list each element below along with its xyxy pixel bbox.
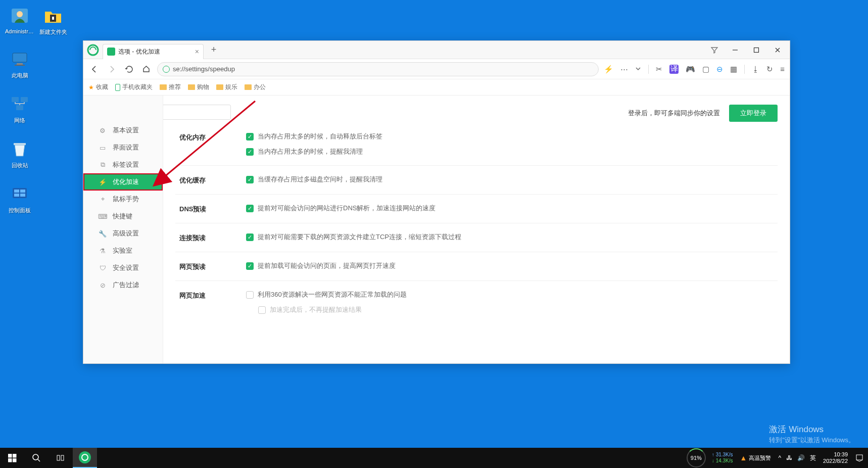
desktop-label: 新建文件夹 xyxy=(39,28,67,36)
tray-volume-icon[interactable]: 🔊 xyxy=(797,454,805,461)
window-close-button[interactable] xyxy=(767,42,788,58)
wrench-icon: 🔧 xyxy=(99,229,107,238)
checkbox-accel-noremind: 加速完成后，不再提醒加速结果 xyxy=(246,305,778,314)
sidebar-item-basic[interactable]: ⚙基本设置 xyxy=(83,122,163,139)
taskbar-app-360browser[interactable] xyxy=(73,448,97,468)
cpu-gauge[interactable]: 91% xyxy=(687,448,706,467)
bookmark-folder-rec[interactable]: 推荐 xyxy=(160,83,181,91)
checkbox-conn-prefetch[interactable]: 提前对可能需要下载的网页资源文件建立TCP连接，缩短资源下载过程 xyxy=(246,232,778,242)
sidebar-item-security[interactable]: 🛡安全设置 xyxy=(83,259,163,276)
separator xyxy=(648,65,649,74)
section-memory: 优化内存 当内存占用太多的时候，自动释放后台标签 当内存占用太多的时候，提醒我清… xyxy=(175,123,778,166)
new-tab-button[interactable]: + xyxy=(207,43,221,57)
checkbox-icon xyxy=(246,233,254,241)
more-icon[interactable]: ⋯ xyxy=(620,65,628,74)
checkbox-cache-remind[interactable]: 当缓存存占用过多磁盘空间时，提醒我清理 xyxy=(246,175,778,184)
desktop-icon-recycle-bin[interactable]: 回收站 xyxy=(5,138,34,169)
settings-main: 选项 登录后，即可多端同步你的设置 立即登录 优化内存 当内存占用太多的时候，自… xyxy=(163,96,790,363)
tab-close-icon[interactable]: × xyxy=(195,48,199,56)
temperature-warning[interactable]: ▲高温预警 xyxy=(737,454,775,462)
svg-point-1 xyxy=(17,11,23,17)
settings-search-input[interactable] xyxy=(163,105,231,120)
svg-rect-22 xyxy=(13,454,17,458)
search-button[interactable] xyxy=(24,448,49,468)
svg-rect-23 xyxy=(8,458,12,462)
filter-icon[interactable] xyxy=(707,42,722,58)
windows-activation-watermark: 激活 Windows 转到"设置"以激活 Windows。 xyxy=(769,424,855,445)
svg-rect-8 xyxy=(14,143,26,145)
bookmark-folder-office[interactable]: 办公 xyxy=(245,83,266,91)
folder-icon xyxy=(245,84,252,90)
desktop-icon-this-pc[interactable]: 此电脑 xyxy=(5,49,34,79)
bookmark-phone[interactable]: 手机收藏夹 xyxy=(115,83,153,91)
computer-icon xyxy=(9,49,30,70)
sidebar-item-adblock[interactable]: ⊘广告过滤 xyxy=(83,276,163,294)
circle-minus-icon[interactable]: ⊖ xyxy=(716,65,723,74)
bookmark-favorites[interactable]: ★收藏 xyxy=(88,83,108,91)
checkbox-mem-remind[interactable]: 当内存占用太多的时候，提醒我清理 xyxy=(246,147,778,156)
desktop-icon-admin[interactable]: Administra... xyxy=(5,5,34,34)
checkbox-mem-release[interactable]: 当内存占用太多的时候，自动释放后台标签 xyxy=(246,132,778,141)
section-label: 连接预读 xyxy=(175,232,246,243)
sidebar-item-advanced[interactable]: 🔧高级设置 xyxy=(83,225,163,242)
sidebar-item-shortcut[interactable]: ⌨快捷键 xyxy=(83,208,163,225)
bookmark-folder-ent[interactable]: 娱乐 xyxy=(216,83,237,91)
svg-point-29 xyxy=(82,454,88,460)
checkbox-dns-prefetch[interactable]: 提前对可能会访问的网站进行DNS解析，加速连接网站的速度 xyxy=(246,204,778,213)
translate-icon[interactable]: 译 xyxy=(669,64,679,74)
svg-rect-7 xyxy=(16,105,23,110)
url-text: se://settings/speedup xyxy=(173,65,235,73)
sidebar-item-lab[interactable]: ⚗实验室 xyxy=(83,242,163,259)
svg-rect-30 xyxy=(856,455,862,460)
desktop-label: Administra... xyxy=(5,28,34,34)
svg-rect-5 xyxy=(12,97,19,102)
folder-icon xyxy=(160,84,167,90)
checkbox-icon xyxy=(246,291,254,299)
download-icon[interactable]: ⭳ xyxy=(752,65,759,73)
grid-icon[interactable]: ▦ xyxy=(730,65,737,74)
gamepad-icon[interactable]: 🎮 xyxy=(686,65,695,74)
window-minimize-button[interactable] xyxy=(725,42,745,58)
reload-button[interactable] xyxy=(123,63,135,75)
sidebar-item-speedup[interactable]: ⚡优化加速 xyxy=(83,173,163,191)
scissors-icon[interactable]: ✂ xyxy=(656,65,662,74)
checkbox-page-prefetch[interactable]: 提前加载可能会访问的页面，提高网页打开速度 xyxy=(246,261,778,270)
login-button[interactable]: 立即登录 xyxy=(729,105,778,122)
window-maximize-button[interactable] xyxy=(746,42,766,58)
tray-network-icon[interactable]: 🖧 xyxy=(786,454,792,461)
control-panel-icon xyxy=(9,183,30,205)
back-button[interactable] xyxy=(88,63,101,75)
start-button[interactable] xyxy=(0,448,24,468)
network-speed[interactable]: ↑ 31.3K/s ↓ 14.3K/s xyxy=(712,452,733,464)
desktop-icon-new-folder[interactable]: 新建文件夹 xyxy=(38,5,68,36)
history-icon[interactable]: ↻ xyxy=(766,65,773,74)
tab-strip: 选项 - 优化加速 × + xyxy=(83,41,790,59)
task-view-button[interactable] xyxy=(49,448,73,468)
desktop-icon-control-panel[interactable]: 控制面板 xyxy=(5,183,34,214)
taskbar-clock[interactable]: 10:39 2022/8/22 xyxy=(820,451,851,464)
flash-icon[interactable]: ⚡ xyxy=(604,65,613,74)
browser-tab[interactable]: 选项 - 优化加速 × xyxy=(103,44,204,59)
desktop-icon-network[interactable]: 网络 xyxy=(5,93,34,124)
browser-logo-icon xyxy=(85,42,101,58)
svg-rect-24 xyxy=(13,458,17,462)
tray-ime[interactable]: 英 xyxy=(810,454,816,462)
forward-button[interactable] xyxy=(106,63,118,75)
bookmark-folder-shop[interactable]: 购物 xyxy=(188,83,209,91)
gear-icon: ⚙ xyxy=(99,126,107,134)
menu-icon[interactable]: ≡ xyxy=(780,65,785,73)
url-input[interactable]: se://settings/speedup xyxy=(157,62,599,76)
section-dns: DNS预读 提前对可能会访问的网站进行DNS解析，加速连接网站的速度 xyxy=(175,195,778,223)
notification-center-icon[interactable] xyxy=(855,453,864,462)
sidebar-item-ui[interactable]: ▭界面设置 xyxy=(83,139,163,156)
sidebar-item-mouse[interactable]: ⌖鼠标手势 xyxy=(83,191,163,208)
checkbox-accel-enable[interactable]: 利用360资源解决一些网页资源不能正常加载的问题 xyxy=(246,290,778,299)
checkbox-icon xyxy=(246,148,254,156)
tray-chevron-icon[interactable]: ^ xyxy=(778,454,781,461)
sidebar-item-tabs[interactable]: ⧉标签设置 xyxy=(83,156,163,173)
browser-window: 选项 - 优化加速 × + se://settings/speedup ⚡ ⋯ … xyxy=(83,40,790,364)
chevron-down-icon[interactable] xyxy=(635,65,641,73)
home-button[interactable] xyxy=(140,63,152,75)
recycle-bin-icon xyxy=(9,138,30,160)
note-icon[interactable]: ▢ xyxy=(702,65,709,74)
